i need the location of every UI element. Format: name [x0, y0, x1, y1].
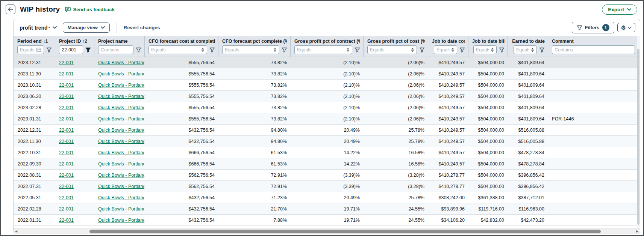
column-label[interactable]: Period end↓1	[17, 38, 52, 45]
column-label[interactable]: Project ID↑2	[59, 38, 91, 45]
project-id-link[interactable]: 22-001	[59, 128, 74, 133]
column-label[interactable]: CFO forecast pct complete (%)	[222, 38, 287, 45]
filter-input[interactable]	[148, 45, 207, 54]
filter-funnel-icon[interactable]	[499, 47, 505, 53]
table-row[interactable]: 2022.07.3122-001Quick Bowls - Portland$5…	[14, 181, 637, 192]
table-row[interactable]: 2022.12.3122-001Quick Bowls - Portland$4…	[14, 125, 637, 136]
project-name-link[interactable]: Quick Bowls - Portland	[98, 206, 144, 212]
project-id-link[interactable]: 22-001	[59, 150, 74, 155]
table-row[interactable]: 2023.12.3122-001Quick Bowls - Portland$5…	[14, 57, 637, 68]
table-row[interactable]: 2023.11.3022-001Quick Bowls - Portland$5…	[14, 68, 637, 80]
project-id-link[interactable]: 22-001	[59, 206, 74, 212]
project-name-link[interactable]: Quick Bowls - Portland	[98, 83, 144, 88]
filters-button[interactable]: Filters 1	[572, 22, 614, 33]
column-label[interactable]: Job to date billi...	[472, 38, 505, 45]
project-name-link[interactable]: Quick Bowls - Portland	[98, 116, 144, 122]
table-settings-button[interactable]: ⚙	[617, 23, 635, 32]
select-spinner-icon[interactable]	[531, 48, 534, 52]
filter-input-field[interactable]	[476, 47, 489, 53]
column-label[interactable]: Comment	[552, 38, 635, 45]
project-name-link[interactable]: Quick Bowls - Portland	[98, 195, 144, 200]
filter-funnel-icon[interactable]	[459, 47, 465, 53]
project-id-link[interactable]: 22-001	[59, 105, 74, 110]
table-row[interactable]: 2022.08.3122-001Quick Bowls - Portland$5…	[14, 170, 637, 181]
export-button[interactable]: Export	[602, 5, 637, 15]
filter-input[interactable]	[17, 45, 44, 54]
project-id-link[interactable]: 22-001	[59, 218, 74, 223]
table-row[interactable]: 2023.02.2822-001Quick Bowls - Portland$5…	[14, 102, 637, 113]
vertical-scrollbar[interactable]	[637, 36, 640, 228]
sort-descending-icon[interactable]: ↓1	[43, 39, 48, 44]
project-id-link[interactable]: 22-001	[59, 83, 74, 88]
horizontal-scrollbar-thumb[interactable]	[89, 230, 601, 233]
column-label[interactable]: Project name	[98, 38, 141, 45]
select-spinner-icon[interactable]	[411, 48, 414, 52]
project-name-link[interactable]: Quick Bowls - Portland	[98, 71, 144, 77]
project-id-link[interactable]: 22-001	[59, 60, 74, 65]
filter-input-field[interactable]	[20, 47, 35, 53]
project-name-link[interactable]: Quick Bowls - Portland	[98, 150, 144, 155]
column-label[interactable]: Gross profit pct of contract (%)	[294, 38, 360, 45]
project-name-link[interactable]: Quick Bowls - Portland	[98, 184, 144, 189]
project-name-link[interactable]: Quick Bowls - Portland	[98, 60, 144, 65]
filter-funnel-icon[interactable]	[209, 47, 215, 53]
project-id-link[interactable]: 22-001	[59, 161, 74, 167]
filter-input-field[interactable]	[151, 47, 200, 53]
filter-funnel-active-icon[interactable]	[85, 47, 91, 53]
filter-input[interactable]	[59, 45, 83, 54]
table-row[interactable]: 2022.10.3122-001Quick Bowls - Portland$6…	[14, 147, 637, 158]
table-row[interactable]: 2023.01.3122-001Quick Bowls - Portland$5…	[14, 113, 637, 125]
select-spinner-icon[interactable]	[451, 48, 455, 52]
select-spinner-icon[interactable]	[346, 48, 350, 52]
scroll-right-arrow-icon[interactable]: ▶	[635, 229, 640, 234]
project-name-link[interactable]: Quick Bowls - Portland	[98, 139, 144, 144]
select-spinner-icon[interactable]	[273, 48, 277, 52]
project-id-link[interactable]: 22-001	[59, 184, 74, 189]
column-label[interactable]: Earned to date	[512, 38, 545, 45]
filter-input-field[interactable]	[436, 47, 450, 53]
table-row[interactable]: 2022.05.3122-001Quick Bowls - Portland$4…	[14, 192, 637, 203]
project-name-link[interactable]: Quick Bowls - Portland	[98, 128, 144, 133]
filter-funnel-icon[interactable]	[46, 47, 52, 53]
filter-funnel-icon[interactable]	[282, 47, 287, 53]
revert-changes-link[interactable]: Revert changes	[124, 25, 160, 30]
project-id-link[interactable]: 22-001	[59, 71, 74, 77]
filter-funnel-icon[interactable]	[136, 47, 141, 53]
back-button[interactable]	[6, 5, 15, 14]
filter-input[interactable]	[98, 45, 133, 54]
column-label[interactable]: CFO forecast cost at completion	[148, 38, 215, 45]
project-id-link[interactable]: 22-001	[59, 94, 74, 99]
filter-funnel-icon[interactable]	[539, 47, 545, 53]
filter-input-field[interactable]	[62, 47, 80, 53]
filter-input-field[interactable]	[516, 47, 529, 53]
project-id-link[interactable]: 22-001	[59, 173, 74, 178]
calendar-icon[interactable]	[36, 47, 41, 52]
table-row[interactable]: 2022.11.3022-001Quick Bowls - Portland$4…	[14, 136, 637, 147]
project-name-link[interactable]: Quick Bowls - Portland	[98, 218, 144, 223]
project-id-link[interactable]: 22-001	[59, 195, 74, 200]
table-row[interactable]: 2022.09.3022-001Quick Bowls - Portland$6…	[14, 158, 637, 170]
project-name-link[interactable]: Quick Bowls - Portland	[98, 94, 144, 99]
table-row[interactable]: 2022.01.3122-001Quick Bowls - Portland$4…	[14, 215, 637, 226]
project-id-link[interactable]: 22-001	[59, 116, 74, 122]
select-spinner-icon[interactable]	[201, 48, 205, 52]
project-id-link[interactable]: 22-001	[59, 139, 74, 144]
project-name-link[interactable]: Quick Bowls - Portland	[98, 105, 144, 110]
view-selector-dropdown[interactable]: profit trend *	[20, 25, 57, 31]
column-label[interactable]: Job to date costs	[432, 38, 465, 45]
column-label[interactable]: Gross profit pct of cost (%)	[367, 38, 425, 45]
project-name-link[interactable]: Quick Bowls - Portland	[98, 173, 144, 178]
select-spinner-icon[interactable]	[491, 48, 494, 52]
filter-input-field[interactable]	[101, 47, 131, 53]
filter-funnel-icon[interactable]	[355, 47, 360, 53]
filter-input[interactable]	[222, 45, 279, 54]
filter-input-field[interactable]	[225, 47, 272, 53]
filter-input-field[interactable]	[297, 47, 345, 53]
vertical-scrollbar-thumb[interactable]	[637, 49, 639, 225]
filter-input[interactable]	[514, 45, 537, 54]
filter-input[interactable]	[367, 45, 417, 54]
scroll-left-arrow-icon[interactable]: ◀	[14, 229, 19, 234]
sort-ascending-icon[interactable]: ↑2	[82, 39, 87, 44]
horizontal-scrollbar[interactable]: ◀ ▶	[14, 228, 640, 234]
horizontal-scrollbar-track[interactable]	[19, 229, 635, 234]
